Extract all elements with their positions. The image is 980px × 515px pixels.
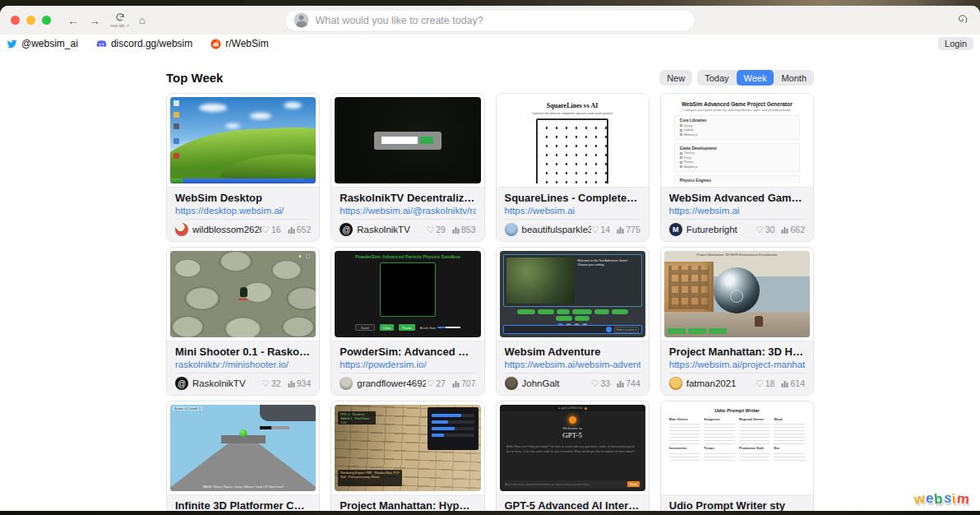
refresh-icon[interactable]: [115, 12, 125, 22]
reddit-icon: [210, 39, 221, 49]
project-card[interactable]: FPS: 0 · Renderer: WebGL2 · Pixel Ratio:…: [331, 401, 484, 511]
project-card[interactable]: Project Manhattan: 3D HDRI Environment V…: [660, 247, 814, 396]
reddit-label: r/WebSim: [225, 38, 268, 49]
author-avatar: [505, 377, 518, 390]
likes-icon: ♡: [261, 225, 270, 235]
discord-icon: [96, 39, 107, 49]
project-stats: ♡29 853: [426, 225, 475, 235]
project-url[interactable]: https://desktop.websim.ai/: [175, 206, 311, 216]
views-icon: [617, 226, 624, 234]
project-author[interactable]: JohnGalt: [505, 377, 560, 390]
project-url[interactable]: https://websim.ai: [669, 206, 805, 216]
project-url[interactable]: https://websim.ai/websim-adventure: [505, 360, 640, 369]
project-card[interactable]: WebSim Advanced Game Project Generator C…: [660, 93, 814, 242]
project-author[interactable]: @ RaskolnikTV: [175, 377, 246, 390]
browser-window: ← → new tab ↗ ⌂: [0, 6, 980, 511]
create-prompt-bar[interactable]: [286, 10, 695, 30]
project-title: Websim Adventure: [505, 346, 640, 358]
twitter-link[interactable]: @websim_ai: [7, 38, 78, 49]
likes-icon: ♡: [756, 378, 764, 389]
project-card[interactable]: ⏸ ⛶ Mini Shooter 0.1 - RaskolnikTV rasko…: [166, 247, 320, 396]
thumbnail-websim-adventure: Welcome to the Text Adventure Game! Choo…: [500, 251, 645, 337]
likes-icon: ♡: [591, 378, 599, 389]
project-url[interactable]: https://powdersim.io/: [340, 360, 475, 369]
minimize-window-button[interactable]: [26, 16, 35, 25]
project-author[interactable]: beautifulsparkle38291659: [505, 223, 591, 236]
project-author[interactable]: @ RaskolnikTV: [340, 223, 410, 236]
project-title: WebSim Advanced Game Project...: [669, 192, 805, 204]
project-card[interactable]: ▲ gpt5.ai/WebChat Welcome to GPT-5 Hello…: [496, 401, 649, 511]
back-icon[interactable]: ←: [67, 15, 79, 26]
likes-icon: ♡: [426, 378, 434, 389]
likes-icon: ♡: [261, 378, 270, 389]
social-links-bar: @websim_ai discord.gg/websim r/W: [0, 35, 980, 53]
project-title: Udio Prompt Writer sty: [669, 499, 805, 511]
project-card[interactable]: WebSim Desktop https://desktop.websim.ai…: [166, 93, 320, 242]
project-title: PowderSim: Advanced Particle P...: [340, 346, 475, 358]
websim-spiral-icon[interactable]: [956, 12, 968, 28]
project-stats: ♡14 775: [591, 225, 640, 235]
thumbnail-gpt5: ▲ gpt5.ai/WebChat Welcome to GPT-5 Hello…: [500, 405, 645, 491]
thumbnail-raskolniktv: [335, 97, 480, 183]
project-url[interactable]: https://websim.ai: [505, 206, 640, 216]
project-title: Project Manhattan: Hyper-Realis...: [340, 499, 475, 511]
twitter-label: @websim_ai: [21, 38, 78, 49]
project-author[interactable]: M Futurebright: [669, 223, 737, 236]
project-stats: ♡16 652: [261, 225, 311, 235]
project-card[interactable]: RaskolnikTV Decentralized Mess... https:…: [331, 93, 484, 242]
refresh-control[interactable]: new tab ↗: [110, 12, 129, 28]
create-prompt-input[interactable]: [316, 15, 686, 26]
project-card[interactable]: SquareLines vs AI Connect the dots to co…: [496, 93, 649, 242]
author-avatar: [505, 223, 518, 236]
project-card[interactable]: Welcome to the Text Adventure Game! Choo…: [496, 247, 649, 396]
views-icon: [781, 380, 788, 387]
discord-label: discord.gg/websim: [111, 38, 192, 49]
filter-new[interactable]: New: [659, 70, 692, 86]
project-card[interactable]: Score: 0 | Level: 1 WASD: Move | Space: …: [166, 401, 320, 511]
filter-today[interactable]: Today: [697, 70, 736, 86]
page-title: Top Week: [166, 71, 223, 85]
author-avatar: [340, 377, 353, 390]
websim-wordmark-logo: websim: [914, 491, 970, 508]
project-url[interactable]: https://websim.ai/@raskolniktv/raskolnik…: [340, 206, 475, 216]
project-card[interactable]: Udio Prompt Writer Main Genres Instrumen…: [660, 401, 814, 511]
login-button[interactable]: Login: [938, 37, 973, 50]
zoom-window-button[interactable]: [42, 16, 51, 25]
close-window-button[interactable]: [11, 16, 20, 25]
views-icon: [617, 380, 624, 387]
thumbnail-squarelines: SquareLines vs AI Connect the dots to co…: [500, 97, 645, 183]
project-stats: ♡32 934: [261, 378, 311, 389]
desktop-background: ← → new tab ↗ ⌂: [0, 0, 980, 515]
project-title: Infinite 3D Platformer Challenge: [175, 499, 311, 511]
home-icon[interactable]: ⌂: [139, 15, 146, 26]
reddit-link[interactable]: r/WebSim: [210, 38, 268, 49]
filter-week[interactable]: Week: [737, 70, 774, 86]
desktop-bottom-edge: [0, 511, 980, 515]
project-url[interactable]: raskolniktv://minishooter.io/: [175, 360, 311, 369]
views-icon: [452, 226, 460, 234]
thumbnail-powdersim: PowderSim: Advanced Particle Physics San…: [335, 251, 480, 337]
project-title: Mini Shooter 0.1 - RaskolnikTV: [175, 346, 311, 358]
project-title: RaskolnikTV Decentralized Mess...: [340, 192, 475, 204]
author-avatar: [669, 377, 682, 390]
likes-icon: ♡: [426, 225, 434, 235]
project-author[interactable]: fatman2021: [669, 377, 737, 390]
project-stats: ♡33 744: [591, 378, 640, 389]
views-icon: [781, 226, 788, 234]
filter-month[interactable]: Month: [774, 70, 814, 86]
project-title: Project Manhattan: 3D HDRI Envi...: [669, 346, 805, 358]
sun-icon: [569, 416, 576, 424]
project-card[interactable]: PowderSim: Advanced Particle Physics San…: [331, 247, 484, 396]
project-url[interactable]: https://websim.ai/project-manhattan: [669, 360, 805, 369]
forward-icon[interactable]: →: [89, 15, 100, 26]
thumbnail-mini-shooter: ⏸ ⛶: [170, 251, 316, 337]
discord-link[interactable]: discord.gg/websim: [96, 38, 192, 49]
project-title: WebSim Desktop: [175, 192, 311, 204]
project-grid: WebSim Desktop https://desktop.websim.ai…: [166, 93, 814, 511]
views-icon: [452, 380, 460, 387]
project-stats: ♡27 707: [426, 378, 475, 389]
project-stats: ♡18 614: [756, 378, 805, 389]
project-title: SquareLines - Complete the Grid...: [505, 192, 640, 204]
project-author[interactable]: grandflower46928106: [340, 377, 426, 390]
project-author[interactable]: wildblossom26204638: [175, 223, 261, 236]
